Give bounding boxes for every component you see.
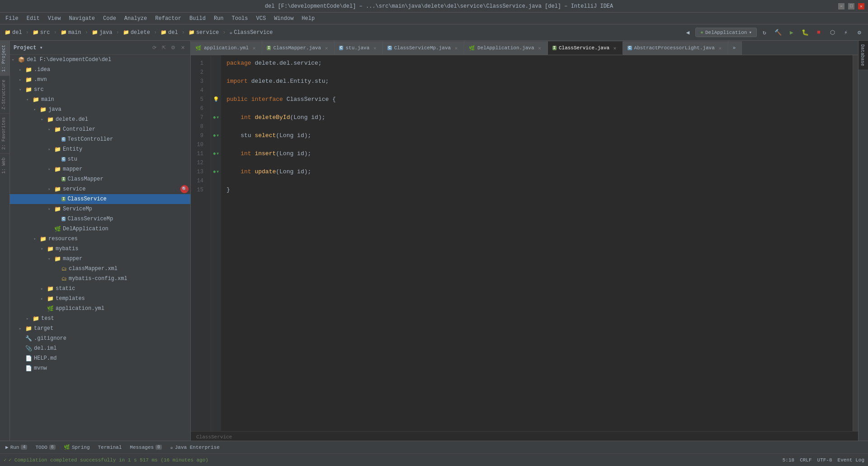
close-button[interactable]: ✕	[858, 3, 864, 10]
settings-button[interactable]: ⚙	[854, 27, 865, 38]
build-button[interactable]: 🔨	[772, 27, 784, 38]
bottom-tab-spring[interactable]: 🌿Spring	[60, 442, 94, 452]
tree-item-mapper[interactable]: 📁mapper	[10, 164, 190, 174]
editor-tab-classservicemp-java[interactable]: CClassServiceMp.java✕	[383, 41, 464, 55]
bottom-tab-run[interactable]: ▶Run4	[2, 442, 31, 452]
gutter-row-9[interactable]: ●▾	[211, 131, 221, 140]
tree-item-help-md[interactable]: 📄HELP.md	[10, 353, 190, 363]
breadcrumb-item-src[interactable]: 📁src	[31, 29, 52, 37]
tab-close-button[interactable]: ✕	[323, 45, 330, 51]
tree-item-delete-del[interactable]: 📁delete.del	[10, 114, 190, 124]
favorites-tool-tab[interactable]: 2: Favorites	[0, 113, 9, 153]
tree-item-del-iml[interactable]: 📎del.iml	[10, 343, 190, 353]
menu-item-navigate[interactable]: Navigate	[65, 14, 99, 23]
menu-item-tools[interactable]: Tools	[228, 14, 252, 23]
editor-tab-abstractprocessorlight[interactable]: CAbstractProcessorLight.java✕	[623, 41, 728, 55]
tree-item-classservicemp[interactable]: CClassServiceMp	[10, 214, 190, 224]
debug-button[interactable]: 🐛	[799, 27, 811, 38]
tree-item-target[interactable]: 📁target	[10, 323, 190, 333]
tree-item-entity[interactable]: 📁Entity	[10, 144, 190, 154]
cursor-position[interactable]: 5:18	[783, 457, 794, 463]
tree-item-test[interactable]: 📁test	[10, 314, 190, 323]
menu-item-help[interactable]: Help	[298, 14, 318, 23]
gutter-row-11[interactable]: ●▾	[211, 149, 221, 158]
hint-icon-line-5[interactable]: 💡	[211, 95, 221, 104]
editor-tab-stu-java[interactable]: Cstu.java✕	[335, 41, 383, 55]
editor-tab-application-yml[interactable]: 🌿application.yml✕	[191, 41, 262, 55]
editor-tab-classservice-java[interactable]: IClassService.java✕	[548, 42, 623, 55]
menu-item-view[interactable]: View	[44, 14, 65, 23]
tree-item-testcontroller[interactable]: CTestController	[10, 134, 190, 144]
tree-item-mvnw[interactable]: 📄mvnw	[10, 363, 190, 373]
menu-item-build[interactable]: Build	[186, 14, 209, 23]
event-log-button[interactable]: Event Log	[838, 457, 864, 463]
breadcrumb-item-del[interactable]: 📁del	[159, 29, 180, 37]
tree-item-main[interactable]: 📁main	[10, 95, 190, 105]
tree-item-templates[interactable]: 📁templates	[10, 294, 190, 304]
tree-item-classservice[interactable]: IClassService	[10, 194, 190, 204]
profiler-button[interactable]: ⚡	[840, 27, 852, 38]
tree-item-stu[interactable]: Cstu	[10, 154, 190, 164]
project-close-button[interactable]: ✕	[179, 43, 187, 52]
menu-item-refactor[interactable]: Refactor	[151, 14, 185, 23]
run-gutter-icon[interactable]: ●▾	[213, 113, 219, 122]
tree-item-servicemp[interactable]: 📁ServiceMp	[10, 204, 190, 214]
menu-item-file[interactable]: File	[2, 14, 22, 23]
tree-item-resources[interactable]: 📁resources	[10, 234, 190, 244]
tree-item-src[interactable]: 📁src	[10, 85, 190, 95]
breadcrumb-active-file[interactable]: ☕ClassService	[228, 29, 275, 37]
tab-close-button[interactable]: ✕	[251, 45, 257, 51]
project-collapse-button[interactable]: ⇱	[160, 43, 168, 52]
menu-item-window[interactable]: Window	[270, 14, 297, 23]
tree-item-mybatis-config[interactable]: 🗂mybatis-config.xml	[10, 274, 190, 284]
breadcrumb-item-service[interactable]: 📁service	[187, 29, 221, 37]
project-tool-tab[interactable]: 1: Project	[0, 41, 9, 76]
breadcrumb-item-main[interactable]: 📁main	[59, 29, 83, 37]
structure-tool-tab[interactable]: Z-Structure	[0, 76, 9, 113]
breadcrumb-item-java[interactable]: 📁java	[90, 29, 114, 37]
tree-item-mvn[interactable]: 📁.mvn	[10, 75, 190, 85]
web-tool-tab[interactable]: 1: Web	[0, 153, 9, 177]
editor-tab-delapplication-java[interactable]: 🌿DelApplication.java✕	[464, 41, 547, 55]
tree-item-static[interactable]: 📁static	[10, 284, 190, 294]
gutter-row-13[interactable]: ●▾	[211, 167, 221, 176]
run-button[interactable]: ▶	[786, 27, 797, 38]
minimize-button[interactable]: –	[838, 3, 844, 10]
tab-close-button[interactable]: ✕	[537, 45, 543, 51]
back-button[interactable]: ◀	[682, 27, 693, 38]
editor-scrollbar[interactable]	[853, 55, 858, 431]
tree-item-gitignore[interactable]: 🔧.gitignore	[10, 333, 190, 343]
menu-item-run[interactable]: Run	[210, 14, 227, 23]
tree-item-java[interactable]: 📁java	[10, 105, 190, 114]
tree-item-classmapper-xml[interactable]: 🗂classMapper.xml	[10, 264, 190, 274]
bottom-tab-todo[interactable]: TODO6	[32, 442, 59, 452]
line-ending[interactable]: CRLF	[800, 457, 811, 463]
tree-item-idea[interactable]: 📁.idea	[10, 65, 190, 75]
tree-item-delapplication[interactable]: 🌿DelApplication	[10, 224, 190, 234]
run-config-selector[interactable]: ● DelApplication ▾	[695, 28, 757, 37]
tree-item-mybatis[interactable]: 📁mybatis	[10, 244, 190, 254]
menu-item-vcs[interactable]: VCS	[253, 14, 270, 23]
tree-item-mapper2[interactable]: 📁mapper	[10, 254, 190, 264]
tab-close-button[interactable]: ✕	[453, 45, 459, 51]
tab-close-button[interactable]: ✕	[717, 45, 723, 51]
menu-item-code[interactable]: Code	[99, 14, 120, 23]
tree-item-del-root[interactable]: 📦del F:\developmentCode\del	[10, 55, 190, 65]
database-tool-tab[interactable]: Database	[859, 41, 868, 70]
bottom-tab-terminal[interactable]: Terminal	[94, 442, 125, 452]
coverage-button[interactable]: ⬡	[826, 27, 838, 38]
tab-close-button[interactable]: ✕	[612, 45, 618, 51]
bottom-tab-messages[interactable]: Messages0	[126, 442, 165, 452]
code-content[interactable]: package delete.del.service; import delet…	[221, 55, 853, 431]
run-gutter-icon[interactable]: ●▾	[213, 131, 219, 140]
project-settings-button[interactable]: ⚙	[169, 43, 177, 52]
maximize-button[interactable]: □	[848, 3, 854, 10]
menu-item-edit[interactable]: Edit	[23, 14, 43, 23]
tree-item-service[interactable]: 📁service🔍	[10, 184, 190, 194]
gutter-row-7[interactable]: ●▾	[211, 113, 221, 122]
menu-item-analyze[interactable]: Analyze	[121, 14, 151, 23]
project-sync-button[interactable]: ⟳	[150, 43, 158, 52]
editor-tab-classmapper-java[interactable]: IClassMapper.java✕	[262, 41, 335, 55]
run-gutter-icon[interactable]: ●▾	[213, 167, 219, 176]
tree-item-controller[interactable]: 📁Controller	[10, 124, 190, 134]
